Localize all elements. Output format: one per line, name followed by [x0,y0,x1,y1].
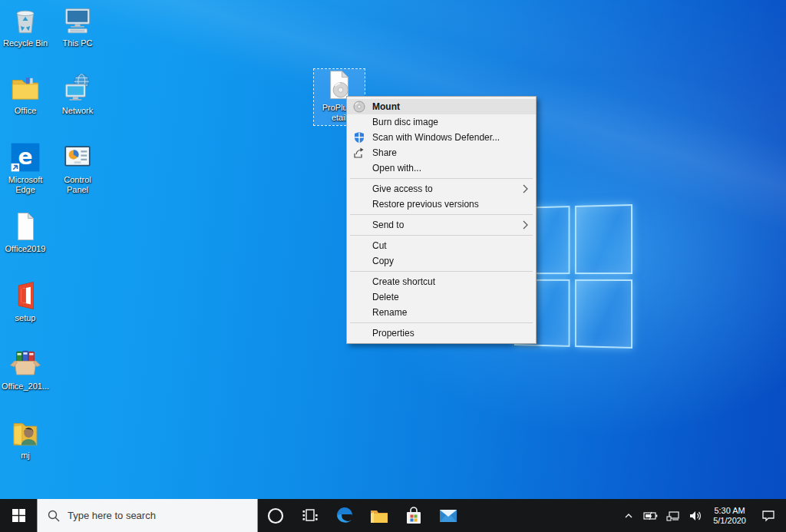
task-view-icon [301,507,319,525]
search-placeholder: Type here to search [68,510,156,521]
menu-item-give-access-to[interactable]: Give access to [347,181,536,197]
menu-item-mount[interactable]: Mount [347,99,536,114]
share-icon [353,147,365,159]
desktop-icon-setup[interactable]: setup [0,279,51,323]
taskbar-store-button[interactable] [396,499,431,532]
menu-item-copy[interactable]: Copy [347,253,536,269]
desktop-icon-microsoft-edge[interactable]: e Microsoft Edge [0,141,51,195]
desktop-icon-label: setup [0,313,51,323]
menu-item-create-shortcut[interactable]: Create shortcut [347,274,536,289]
menu-item-label: Open with... [372,163,421,173]
menu-item-label: Scan with Windows Defender... [372,132,500,143]
desktop-icon-label: Office2019 [0,244,51,254]
desktop-icon-label: Office [0,106,51,116]
folder-icon [8,72,42,104]
tray-show-hidden-icons-button[interactable] [622,511,636,521]
menu-item-restore-previous-versions[interactable]: Restore previous versions [347,197,536,212]
document-icon [8,210,42,243]
desktop-icon-this-pc[interactable]: This PC [52,5,103,48]
taskbar-edge-button[interactable] [327,499,362,532]
clock-time: 5:30 AM [713,506,746,516]
menu-item-cut[interactable]: Cut [347,238,536,253]
menu-separator [350,271,533,272]
search-input[interactable]: Type here to search [37,499,258,532]
desktop-icon-office2019[interactable]: Office2019 [0,210,51,254]
taskbar: Type here to search [0,499,786,532]
desktop-icon-control-panel[interactable]: Control Panel [52,141,103,195]
menu-item-label: Send to [372,220,404,230]
cortana-icon [266,507,285,525]
taskbar-task-view-button[interactable] [292,499,327,532]
action-center-button[interactable] [755,510,781,522]
desktop-icon-recycle-bin[interactable]: Recycle Bin [0,5,51,48]
tray-clock[interactable]: 5:30 AM 5/1/2020 [709,506,750,526]
desktop-icon-mj[interactable]: mj [0,417,51,461]
menu-item-burn-disc-image[interactable]: Burn disc image [347,114,536,130]
chevron-up-icon [623,511,634,521]
volume-icon [689,511,702,521]
menu-item-label: Create shortcut [372,276,435,287]
menu-item-label: Properties [372,328,414,339]
menu-item-label: Copy [372,256,394,266]
desktop-icon-label: Recycle Bin [0,38,51,48]
desktop-icon-label: This PC [52,38,103,48]
edge-icon [334,505,355,527]
clock-date: 5/1/2020 [713,516,746,526]
menu-item-rename[interactable]: Rename [347,305,536,320]
menu-item-send-to[interactable]: Send to [347,217,536,233]
menu-item-label: Cut [372,240,387,251]
menu-item-open-with[interactable]: Open with... [347,160,536,176]
desktop-icon-network[interactable]: Network [52,72,103,116]
recycle-bin-icon [8,5,42,37]
menu-item-label: Give access to [372,183,433,194]
battery-icon [642,511,658,521]
system-tray: 5:30 AM 5/1/2020 [622,499,786,532]
desktop-icon-label: Control Panel [52,175,103,195]
menu-item-label: Delete [372,292,399,302]
menu-separator [350,178,533,179]
network-globe-icon [61,72,94,104]
submenu-chevron-icon [523,184,528,193]
menu-item-label: Rename [372,307,407,318]
desktop-icon-office[interactable]: Office [0,72,51,116]
store-icon [405,507,423,525]
windows-start-icon [12,509,25,522]
taskbar-file-explorer-button[interactable] [362,499,396,532]
menu-item-label: Share [372,147,397,158]
desktop-icon-office-box[interactable]: Office_201... [0,348,51,392]
tray-battery-button[interactable] [641,511,659,521]
context-menu: Mount Burn disc image Scan with Windows … [346,96,537,344]
menu-item-delete[interactable]: Delete [347,289,536,305]
tray-network-button[interactable] [665,511,682,521]
software-box-icon [8,348,42,380]
this-pc-icon [61,5,94,37]
submenu-chevron-icon [523,220,528,230]
menu-item-label: Restore previous versions [372,199,479,210]
user-folder-icon [8,417,42,449]
action-center-icon [761,510,775,522]
svg-text:e: e [18,144,33,170]
desktop-icon-label: Network [52,106,103,116]
taskbar-cortana-button[interactable] [258,499,292,532]
taskbar-mail-button[interactable] [431,499,465,532]
start-button[interactable] [0,499,37,532]
office-setup-icon [8,279,42,312]
menu-item-properties[interactable]: Properties [347,325,536,341]
desktop-icon-label: Microsoft Edge [0,175,51,195]
menu-item-scan-with-windows-defender[interactable]: Scan with Windows Defender... [347,130,536,145]
menu-separator [350,322,533,323]
search-icon [48,510,60,522]
menu-item-label: Mount [372,101,400,112]
menu-separator [350,214,533,215]
menu-separator [350,235,533,236]
disc-icon [353,101,365,113]
desktop-icon-label: mj [0,451,51,461]
mail-icon [438,506,458,526]
menu-item-label: Burn disc image [372,117,438,127]
menu-item-share[interactable]: Share [347,145,536,160]
network-icon [666,511,680,521]
control-panel-icon [61,141,94,173]
edge-tile-icon: e [8,141,42,173]
defender-shield-icon [353,131,365,144]
tray-volume-button[interactable] [687,511,704,521]
